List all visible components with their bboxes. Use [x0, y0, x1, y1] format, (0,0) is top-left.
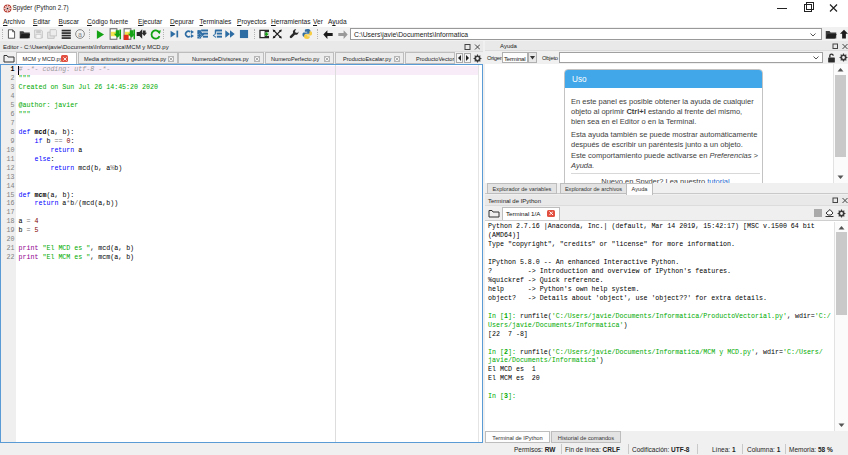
- svg-text:a: a: [77, 31, 81, 39]
